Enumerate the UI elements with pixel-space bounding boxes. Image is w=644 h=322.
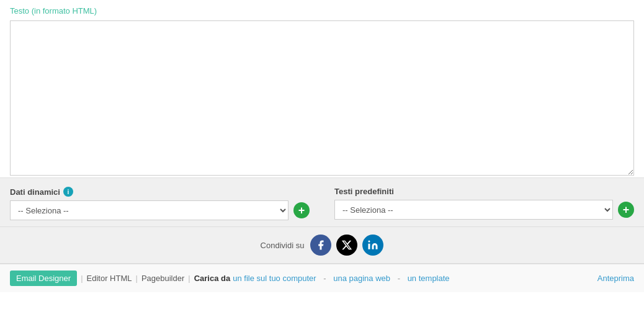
options-row: Dati dinamici i -- Seleziona -- + Testi … <box>10 187 634 220</box>
toolbar-left: Email Designer | Editor HTML | Pagebuild… <box>10 271 450 286</box>
separator-1: | <box>81 274 83 283</box>
pagebuilder-link[interactable]: Pagebuilder <box>141 274 184 283</box>
dash-1: - <box>319 274 331 283</box>
info-icon[interactable]: i <box>63 187 73 197</box>
dynamic-data-label: Dati dinamici i <box>10 187 310 197</box>
editor-html-link[interactable]: Editor HTML <box>87 274 132 283</box>
main-container: Testo (in formato HTML) Dati dinamici i … <box>0 0 644 322</box>
predefined-texts-group: Testi predefiniti -- Seleziona -- + <box>334 187 634 220</box>
carica-pagina-link[interactable]: una pagina web <box>333 274 390 283</box>
anteprima-button[interactable]: Anteprima <box>597 274 634 283</box>
facebook-icon[interactable] <box>310 235 331 256</box>
dynamic-data-add-button[interactable]: + <box>293 202 310 218</box>
carica-label: Carica da <box>194 274 231 283</box>
svg-point-0 <box>369 241 370 243</box>
predefined-texts-label: Testi predefiniti <box>334 187 634 196</box>
section-label: Testo (in formato HTML) <box>10 6 634 16</box>
social-icons <box>310 235 383 256</box>
email-designer-button[interactable]: Email Designer <box>10 271 77 286</box>
separator-3: | <box>188 274 190 283</box>
carica-file-link[interactable]: un file sul tuo computer <box>233 274 316 283</box>
social-section: Condividi su <box>0 227 644 264</box>
predefined-texts-select[interactable]: -- Seleziona -- <box>334 200 613 220</box>
options-section: Dati dinamici i -- Seleziona -- + Testi … <box>0 178 644 227</box>
carica-template-link[interactable]: un template <box>408 274 450 283</box>
bottom-toolbar: Email Designer | Editor HTML | Pagebuild… <box>0 264 644 292</box>
separator-2: | <box>136 274 138 283</box>
predefined-texts-select-row: -- Seleziona -- + <box>334 200 634 220</box>
twitter-x-icon[interactable] <box>336 235 357 256</box>
html-textarea[interactable] <box>10 20 634 176</box>
dynamic-data-group: Dati dinamici i -- Seleziona -- + <box>10 187 310 220</box>
text-section: Testo (in formato HTML) <box>0 0 644 178</box>
predefined-texts-add-button[interactable]: + <box>618 202 634 218</box>
dash-2: - <box>393 274 405 283</box>
dynamic-data-select[interactable]: -- Seleziona -- <box>10 200 288 220</box>
dynamic-data-select-row: -- Seleziona -- + <box>10 200 310 220</box>
linkedin-icon[interactable] <box>362 235 383 256</box>
carica-options: un file sul tuo computer - una pagina we… <box>233 274 449 283</box>
social-label: Condividi su <box>261 241 305 250</box>
